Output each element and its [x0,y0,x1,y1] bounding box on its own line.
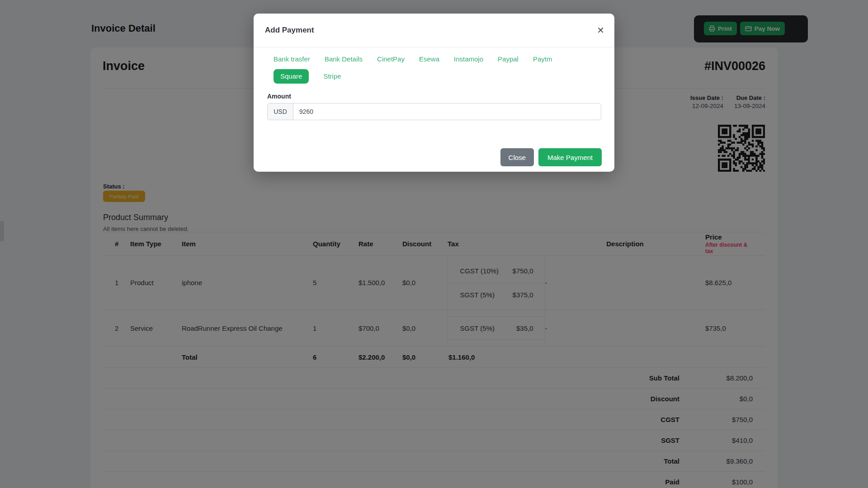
invoice-detail-page: Invoice Detail Print Pay Now Invoice #IN… [0,0,868,488]
modal-header: Add Payment ✕ [254,14,614,47]
amount-input[interactable] [293,103,601,120]
make-payment-button[interactable]: Make Payment [538,148,602,166]
tab-bank-trasfer[interactable]: Bank trasfer [274,52,310,66]
tab-paypal[interactable]: Paypal [498,52,519,66]
tab-cinetpay[interactable]: CinetPay [377,52,405,66]
amount-input-group: USD [267,103,601,120]
tab-paytm[interactable]: Paytm [533,52,552,66]
payment-method-tabs: Bank trasfer Bank Details CinetPay Esewa… [254,47,614,84]
add-payment-modal: Add Payment ✕ Bank trasfer Bank Details … [254,14,614,172]
modal-footer: Close Make Payment [500,148,602,166]
tab-stripe[interactable]: Stripe [323,69,341,84]
currency-prefix: USD [267,103,293,120]
tab-esewa[interactable]: Esewa [419,52,439,66]
modal-close-button[interactable]: Close [500,148,534,166]
tab-bank-details[interactable]: Bank Details [325,52,363,66]
close-icon[interactable]: ✕ [597,26,604,35]
amount-label: Amount [267,93,601,100]
tab-square-active[interactable]: Square [274,69,309,84]
modal-title: Add Payment [265,26,314,35]
amount-section: Amount USD [254,84,614,120]
tab-instamojo[interactable]: Instamojo [454,52,483,66]
